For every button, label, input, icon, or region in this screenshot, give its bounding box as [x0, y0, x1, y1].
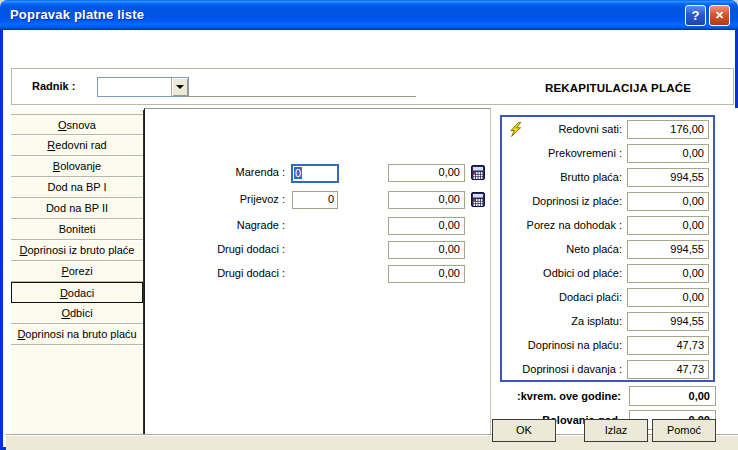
summary-value-box: 176,00: [627, 120, 709, 139]
summary-row: Doprinosi na plaću:47,73: [502, 335, 713, 355]
summary-row: Prekovremeni :0,00: [502, 143, 713, 163]
calculator-icon[interactable]: [471, 165, 485, 180]
summary-value-box: 0,00: [627, 192, 709, 211]
form-row-marenda: Marenda : 0 0,00: [145, 164, 490, 184]
drugi-dodaci-2-amount-field[interactable]: 0,00: [388, 265, 465, 283]
izlaz-button[interactable]: Izlaz: [584, 419, 648, 442]
summary-value-box: 47,73: [627, 336, 709, 355]
summary-value-box: 0,00: [627, 264, 709, 283]
summary-row: Za isplatu:994,55: [502, 311, 713, 331]
recap-region: Redovni sati:176,00 Prekovremeni :0,00 B…: [491, 108, 738, 434]
form-row-drugi-dodaci-1: Drugi dodaci : 0,00: [145, 241, 490, 261]
sidebar-tabs: Osnova Redovni rad Bolovanje Dod na BP I…: [11, 110, 144, 434]
recap-summary-box: Redovni sati:176,00 Prekovremeni :0,00 B…: [500, 115, 715, 382]
prijevoz-amount-field[interactable]: 0,00: [388, 191, 465, 209]
summary-label: Doprinosi i davanja :: [502, 363, 627, 375]
worker-label: Radnik :: [32, 80, 75, 92]
summary-value-box: 994,55: [627, 312, 709, 331]
summary-label: Redovni sati:: [502, 123, 627, 135]
sidebar-item-redovni-rad[interactable]: Redovni rad: [11, 135, 143, 156]
summary-label: Prekovremeni :: [502, 147, 627, 159]
sidebar-item-osnova[interactable]: Osnova: [11, 114, 143, 135]
drugi-dodaci-2-label: Drugi dodaci :: [145, 267, 285, 279]
marenda-label: Marenda :: [145, 166, 285, 178]
sidebar-item-dod-na-bp-1[interactable]: Dod na BP I: [11, 177, 143, 198]
summary-label: Dodaci plaći:: [502, 291, 627, 303]
summary-label: Porez na dohodak :: [502, 219, 627, 231]
calculator-icon[interactable]: [471, 192, 485, 207]
total-row-prekovremeni-godina: :kvrem. ove godine: 0,00: [491, 386, 738, 406]
sidebar-item-doprinosi-na-bruto-placu[interactable]: Doprinosi na bruto plaću: [11, 324, 143, 345]
combo-dropdown-button[interactable]: [171, 78, 188, 96]
worker-header-panel: Radnik : REKAPITULACIJA PLAĆE: [11, 68, 734, 105]
summary-row: Doprinosi iz plaće:0,00: [502, 191, 713, 211]
summary-label: Za isplatu:: [502, 315, 627, 327]
chevron-down-icon: [176, 85, 184, 89]
drugi-dodaci-1-amount-field[interactable]: 0,00: [388, 241, 465, 259]
summary-label: Odbici od plaće:: [502, 267, 627, 279]
sidebar-item-boniteti[interactable]: Boniteti: [11, 219, 143, 240]
help-icon[interactable]: ?: [685, 5, 706, 26]
summary-row: Odbici od plaće:0,00: [502, 263, 713, 283]
summary-value-box: 0,00: [627, 144, 709, 163]
worker-combobox[interactable]: [97, 77, 189, 97]
recap-title: REKAPITULACIJA PLAĆE: [512, 82, 724, 94]
total-value-box: 0,00: [629, 386, 716, 406]
nagrade-amount-field[interactable]: 0,00: [388, 217, 465, 235]
summary-label: Doprinosi iz plaće:: [502, 195, 627, 207]
form-row-nagrade: Nagrade : 0,00: [145, 217, 490, 237]
ok-button[interactable]: OK: [492, 419, 556, 442]
total-label: :kvrem. ove godine:: [491, 390, 629, 402]
summary-value-box: 0,00: [627, 216, 709, 235]
summary-row: Brutto plaća:994,55: [502, 167, 713, 187]
prijevoz-input[interactable]: 0: [292, 191, 338, 209]
nagrade-label: Nagrade :: [145, 219, 285, 231]
worker-combobox-value[interactable]: [98, 78, 171, 96]
summary-row: Porez na dohodak :0,00: [502, 215, 713, 235]
close-icon[interactable]: ✕: [709, 5, 730, 26]
marenda-amount-field[interactable]: 0,00: [388, 164, 465, 182]
summary-value-box: 994,55: [627, 168, 709, 187]
form-row-prijevoz: Prijevoz : 0 0,00: [145, 191, 490, 211]
summary-row: Dodaci plaći:0,00: [502, 287, 713, 307]
summary-value-box: 47,73: [627, 360, 709, 379]
drugi-dodaci-1-label: Drugi dodaci :: [145, 243, 285, 255]
pomoc-button[interactable]: Pomoć: [652, 419, 716, 442]
worker-name-underline: [184, 96, 416, 97]
marenda-input-selected-text: 0: [294, 167, 302, 179]
dodaci-form-panel: Marenda : 0 0,00 Prijevoz : 0 0,00: [144, 108, 491, 434]
sidebar-item-odbici[interactable]: Odbici: [11, 303, 143, 324]
summary-row: Redovni sati:176,00: [502, 119, 713, 139]
summary-label: Doprinosi na plaću:: [502, 339, 627, 351]
form-row-drugi-dodaci-2: Drugi dodaci : 0,00: [145, 265, 490, 285]
title-bar[interactable]: Popravak platne liste ? ✕: [0, 0, 738, 30]
summary-label: Brutto plaća:: [502, 171, 627, 183]
sidebar-item-porezi[interactable]: Porezi: [11, 261, 143, 282]
sidebar-item-bolovanje[interactable]: Bolovanje: [11, 156, 143, 177]
summary-value-box: 0,00: [627, 288, 709, 307]
sidebar-item-dodaci[interactable]: Dodaci: [11, 282, 143, 303]
summary-row: Doprinosi i davanja :47,73: [502, 359, 713, 379]
summary-row: Neto plaća:994,55: [502, 239, 713, 259]
summary-label: Neto plaća:: [502, 243, 627, 255]
sidebar-item-dod-na-bp-2[interactable]: Dod na BP II: [11, 198, 143, 219]
marenda-input[interactable]: 0: [291, 164, 339, 183]
dialog-body: Radnik : REKAPITULACIJA PLAĆE Osnova Red…: [0, 30, 738, 450]
window-title: Popravak platne liste: [10, 7, 144, 22]
prijevoz-label: Prijevoz :: [145, 193, 285, 205]
sidebar-item-doprinosi-iz-bruto-place[interactable]: Doprinosi iz bruto plaće: [11, 240, 143, 261]
summary-value-box: 994,55: [627, 240, 709, 259]
dialog-popravak-platne-liste: Popravak platne liste ? ✕ Radnik : REKAP…: [0, 0, 738, 450]
